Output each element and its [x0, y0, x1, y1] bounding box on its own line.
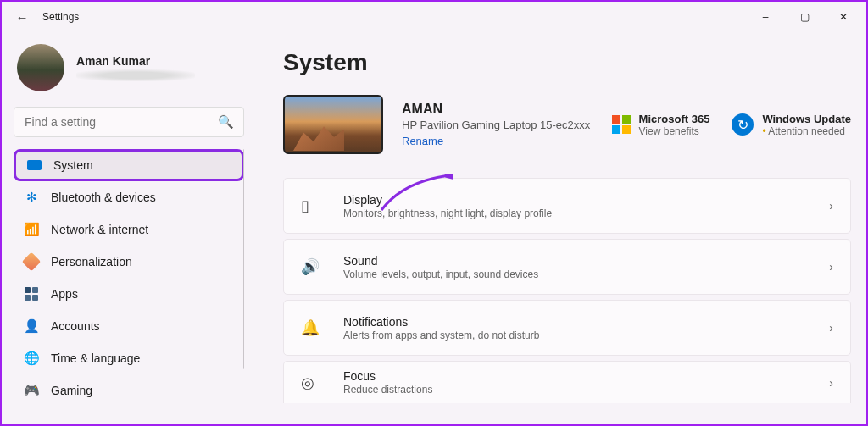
search-input[interactable] — [14, 107, 244, 137]
search-container: 🔍 — [14, 107, 244, 137]
profile-block[interactable]: Aman Kumar — [14, 36, 244, 103]
card-sub: Alerts from apps and system, do not dist… — [343, 329, 539, 341]
minimize-button[interactable]: – — [746, 3, 785, 30]
main-content: System AMAN HP Pavilion Gaming Laptop 15… — [256, 32, 866, 424]
focus-icon: ◎ — [301, 373, 323, 392]
chevron-right-icon: › — [829, 321, 833, 335]
sidebar-item-label: Apps — [51, 287, 78, 301]
sound-icon: 🔊 — [301, 257, 323, 276]
gamepad-icon: 🎮 — [24, 383, 39, 398]
sidebar-item-network[interactable]: 📶 Network & internet — [14, 213, 244, 246]
system-icon — [26, 158, 42, 173]
microsoft-logo-icon — [612, 115, 631, 134]
sidebar-item-accounts[interactable]: 👤 Accounts — [14, 310, 244, 342]
sidebar-item-personalization[interactable]: Personalization — [14, 246, 244, 278]
card-sound[interactable]: 🔊 Sound Volume levels, output, input, so… — [283, 239, 851, 295]
card-title: Notifications — [343, 315, 539, 329]
sidebar-item-bluetooth[interactable]: ✻ Bluetooth & devices — [14, 181, 244, 213]
ms365-title: Microsoft 365 — [639, 113, 710, 125]
card-title: Display — [343, 193, 552, 207]
clock-globe-icon: 🌐 — [24, 351, 39, 366]
device-hero: AMAN HP Pavilion Gaming Laptop 15-ec2xxx… — [283, 95, 851, 154]
device-model: HP Pavilion Gaming Laptop 15-ec2xxx — [402, 119, 590, 131]
window-title: Settings — [42, 11, 79, 23]
card-display[interactable]: ▯ Display Monitors, brightness, night li… — [283, 178, 851, 234]
avatar — [17, 44, 64, 91]
chevron-right-icon: › — [829, 199, 833, 213]
wu-sub: Attention needed — [762, 125, 851, 137]
bluetooth-icon: ✻ — [24, 190, 39, 205]
settings-list: ▯ Display Monitors, brightness, night li… — [283, 178, 851, 403]
sidebar-item-apps[interactable]: Apps — [14, 278, 244, 310]
scrollbar[interactable] — [243, 149, 244, 369]
page-title: System — [283, 49, 851, 76]
title-bar: ← Settings – ▢ ✕ — [2, 2, 866, 32]
chevron-right-icon: › — [829, 376, 833, 390]
sidebar-item-label: Gaming — [51, 384, 92, 397]
sidebar-item-time-language[interactable]: 🌐 Time & language — [14, 342, 244, 374]
sync-icon: ↻ — [732, 113, 754, 136]
apps-icon — [24, 286, 39, 302]
search-icon: 🔍 — [218, 114, 234, 130]
sidebar-item-label: Network & internet — [51, 223, 148, 236]
ms365-sub: View benefits — [639, 125, 710, 137]
sidebar: Aman Kumar 🔍 System ✻ Bluetooth & device… — [2, 32, 256, 424]
profile-email-redacted — [76, 69, 195, 81]
sidebar-item-label: Bluetooth & devices — [51, 191, 156, 204]
back-button[interactable]: ← — [5, 10, 39, 25]
desktop-preview — [283, 95, 383, 154]
maximize-button[interactable]: ▢ — [785, 3, 824, 30]
windows-update-card[interactable]: ↻ Windows Update Attention needed — [732, 113, 851, 137]
card-focus[interactable]: ◎ Focus Reduce distractions › — [283, 361, 851, 403]
sidebar-item-label: Time & language — [51, 351, 140, 365]
chevron-right-icon: › — [829, 260, 833, 274]
microsoft-365-card[interactable]: Microsoft 365 View benefits — [612, 113, 710, 137]
device-name: AMAN — [402, 102, 590, 117]
close-button[interactable]: ✕ — [824, 3, 863, 30]
card-title: Focus — [343, 369, 432, 383]
paintbrush-icon — [24, 254, 39, 269]
wifi-icon: 📶 — [24, 222, 39, 237]
rename-link[interactable]: Rename — [402, 135, 590, 147]
sidebar-item-label: Personalization — [51, 255, 132, 268]
profile-name: Aman Kumar — [76, 54, 195, 68]
display-icon: ▯ — [301, 196, 323, 215]
wu-title: Windows Update — [762, 113, 851, 125]
sidebar-item-label: Accounts — [51, 319, 100, 333]
person-icon: 👤 — [24, 318, 39, 334]
sidebar-item-gaming[interactable]: 🎮 Gaming — [14, 374, 244, 407]
card-sub: Monitors, brightness, night light, displ… — [343, 207, 552, 219]
bell-icon: 🔔 — [301, 318, 323, 337]
card-notifications[interactable]: 🔔 Notifications Alerts from apps and sys… — [283, 300, 851, 356]
card-sub: Volume levels, output, input, sound devi… — [343, 268, 538, 280]
nav-list: System ✻ Bluetooth & devices 📶 Network &… — [14, 149, 244, 424]
card-title: Sound — [343, 254, 538, 268]
sidebar-item-label: System — [53, 158, 93, 172]
sidebar-item-system[interactable]: System — [14, 149, 244, 181]
card-sub: Reduce distractions — [343, 384, 432, 396]
